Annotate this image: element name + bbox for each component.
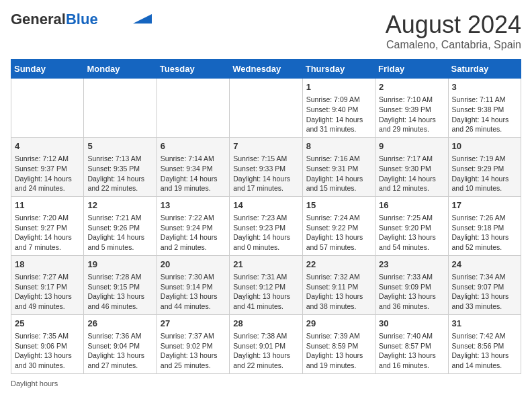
sunrise-text: Sunrise: 7:32 AM	[306, 272, 371, 282]
calendar-cell: 15Sunrise: 7:24 AMSunset: 9:22 PMDayligh…	[302, 196, 375, 255]
daylight-text: Daylight: 14 hours and 10 minutes.	[452, 174, 517, 193]
sunset-text: Sunset: 9:27 PM	[15, 223, 80, 233]
calendar-cell: 11Sunrise: 7:20 AMSunset: 9:27 PMDayligh…	[11, 196, 84, 255]
sunrise-text: Sunrise: 7:34 AM	[452, 272, 517, 282]
calendar-cell: 30Sunrise: 7:40 AMSunset: 8:57 PMDayligh…	[375, 314, 448, 373]
sunset-text: Sunset: 8:56 PM	[452, 341, 517, 351]
calendar-cell: 19Sunrise: 7:28 AMSunset: 9:15 PMDayligh…	[84, 255, 157, 314]
sunrise-text: Sunrise: 7:21 AM	[87, 213, 152, 223]
daylight-text: Daylight: 13 hours and 49 minutes.	[15, 291, 80, 311]
daylight-text: Daylight: 13 hours and 57 minutes.	[306, 232, 371, 252]
day-number: 31	[452, 318, 517, 330]
calendar-week-row: 18Sunrise: 7:27 AMSunset: 9:17 PMDayligh…	[11, 255, 521, 314]
weekday-header: Thursday	[302, 60, 375, 79]
calendar-cell	[84, 79, 157, 138]
sunset-text: Sunset: 9:02 PM	[161, 341, 226, 351]
sunrise-text: Sunrise: 7:27 AM	[15, 272, 80, 282]
sunset-text: Sunset: 9:18 PM	[452, 223, 517, 233]
calendar-cell: 29Sunrise: 7:39 AMSunset: 8:59 PMDayligh…	[302, 314, 375, 373]
day-number: 13	[161, 199, 226, 212]
daylight-text: Daylight: 13 hours and 33 minutes.	[452, 291, 517, 311]
day-number: 8	[306, 140, 371, 152]
logo: General Blue	[11, 11, 152, 28]
calendar-cell: 12Sunrise: 7:21 AMSunset: 9:26 PMDayligh…	[84, 196, 157, 255]
day-number: 9	[379, 140, 444, 152]
sunrise-text: Sunrise: 7:16 AM	[306, 154, 371, 164]
day-number: 7	[233, 140, 298, 152]
weekday-header: Wednesday	[230, 60, 302, 79]
daylight-text: Daylight: 13 hours and 46 minutes.	[87, 291, 152, 311]
sunrise-text: Sunrise: 7:30 AM	[161, 272, 226, 282]
calendar-cell: 27Sunrise: 7:37 AMSunset: 9:02 PMDayligh…	[157, 314, 229, 373]
day-number: 6	[161, 140, 226, 152]
daylight-text: Daylight: 14 hours and 19 minutes.	[161, 174, 226, 193]
sunset-text: Sunset: 9:20 PM	[379, 223, 444, 233]
calendar-cell: 17Sunrise: 7:26 AMSunset: 9:18 PMDayligh…	[448, 196, 521, 255]
calendar-cell: 18Sunrise: 7:27 AMSunset: 9:17 PMDayligh…	[11, 255, 84, 314]
sunset-text: Sunset: 9:07 PM	[452, 282, 517, 292]
sunset-text: Sunset: 9:39 PM	[379, 105, 444, 115]
sunrise-text: Sunrise: 7:12 AM	[15, 154, 80, 164]
sunset-text: Sunset: 9:31 PM	[306, 164, 371, 174]
sunrise-text: Sunrise: 7:20 AM	[15, 213, 80, 223]
day-number: 11	[15, 199, 80, 212]
day-number: 21	[233, 259, 298, 271]
sunrise-text: Sunrise: 7:22 AM	[161, 213, 226, 223]
sunset-text: Sunset: 9:24 PM	[161, 223, 226, 233]
day-number: 15	[306, 199, 371, 212]
day-number: 3	[452, 81, 517, 93]
calendar-cell: 21Sunrise: 7:31 AMSunset: 9:12 PMDayligh…	[230, 255, 302, 314]
calendar-week-row: 11Sunrise: 7:20 AMSunset: 9:27 PMDayligh…	[11, 196, 521, 255]
sunset-text: Sunset: 9:40 PM	[306, 105, 371, 115]
logo-blue: Blue	[66, 11, 98, 28]
calendar-cell: 31Sunrise: 7:42 AMSunset: 8:56 PMDayligh…	[448, 314, 521, 373]
calendar-table: SundayMondayTuesdayWednesdayThursdayFrid…	[11, 59, 521, 374]
weekday-header: Sunday	[11, 60, 84, 79]
daylight-text: Daylight: 13 hours and 16 minutes.	[379, 351, 444, 370]
sunset-text: Sunset: 9:22 PM	[306, 223, 371, 233]
daylight-text: Daylight: 13 hours and 27 minutes.	[87, 351, 152, 370]
sunrise-text: Sunrise: 7:09 AM	[306, 95, 371, 105]
calendar-cell: 1Sunrise: 7:09 AMSunset: 9:40 PMDaylight…	[302, 79, 375, 138]
daylight-text: Daylight: 13 hours and 38 minutes.	[306, 291, 371, 311]
sunrise-text: Sunrise: 7:25 AM	[379, 213, 444, 223]
daylight-text: Daylight: 14 hours and 12 minutes.	[379, 174, 444, 193]
sunrise-text: Sunrise: 7:38 AM	[233, 331, 298, 341]
weekday-header: Friday	[375, 60, 448, 79]
sunrise-text: Sunrise: 7:11 AM	[452, 95, 517, 105]
sunset-text: Sunset: 9:34 PM	[161, 164, 226, 174]
calendar-cell: 26Sunrise: 7:36 AMSunset: 9:04 PMDayligh…	[84, 314, 157, 373]
day-number: 24	[452, 259, 517, 271]
header: General Blue August 2024 Camaleno, Canta…	[11, 11, 521, 51]
daylight-text: Daylight: 14 hours and 24 minutes.	[15, 174, 80, 193]
calendar-cell: 25Sunrise: 7:35 AMSunset: 9:06 PMDayligh…	[11, 314, 84, 373]
sunset-text: Sunset: 9:06 PM	[15, 341, 80, 351]
sunrise-text: Sunrise: 7:26 AM	[452, 213, 517, 223]
daylight-text: Daylight: 14 hours and 29 minutes.	[379, 115, 444, 134]
calendar-week-row: 4Sunrise: 7:12 AMSunset: 9:37 PMDaylight…	[11, 137, 521, 196]
calendar-week-row: 1Sunrise: 7:09 AMSunset: 9:40 PMDaylight…	[11, 79, 521, 138]
sunset-text: Sunset: 9:35 PM	[87, 164, 152, 174]
calendar-cell	[157, 79, 229, 138]
day-number: 16	[379, 199, 444, 212]
calendar-cell: 8Sunrise: 7:16 AMSunset: 9:31 PMDaylight…	[302, 137, 375, 196]
sunrise-text: Sunrise: 7:39 AM	[306, 331, 371, 341]
daylight-text: Daylight: 14 hours and 7 minutes.	[15, 232, 80, 252]
sunset-text: Sunset: 8:59 PM	[306, 341, 371, 351]
sunset-text: Sunset: 9:11 PM	[306, 282, 371, 292]
calendar-cell: 28Sunrise: 7:38 AMSunset: 9:01 PMDayligh…	[230, 314, 302, 373]
sunset-text: Sunset: 9:09 PM	[379, 282, 444, 292]
sunrise-text: Sunrise: 7:24 AM	[306, 213, 371, 223]
day-number: 1	[306, 81, 371, 93]
calendar-cell: 9Sunrise: 7:17 AMSunset: 9:30 PMDaylight…	[375, 137, 448, 196]
svg-marker-0	[133, 14, 152, 24]
daylight-text: Daylight: 14 hours and 17 minutes.	[233, 174, 298, 193]
daylight-text: Daylight: 13 hours and 25 minutes.	[161, 351, 226, 370]
sunrise-text: Sunrise: 7:10 AM	[379, 95, 444, 105]
sunrise-text: Sunrise: 7:28 AM	[87, 272, 152, 282]
location: Camaleno, Cantabria, Spain	[386, 39, 521, 51]
daylight-text: Daylight: 13 hours and 19 minutes.	[306, 351, 371, 370]
title-area: August 2024 Camaleno, Cantabria, Spain	[386, 11, 521, 51]
sunrise-text: Sunrise: 7:36 AM	[87, 331, 152, 341]
sunset-text: Sunset: 8:57 PM	[379, 341, 444, 351]
